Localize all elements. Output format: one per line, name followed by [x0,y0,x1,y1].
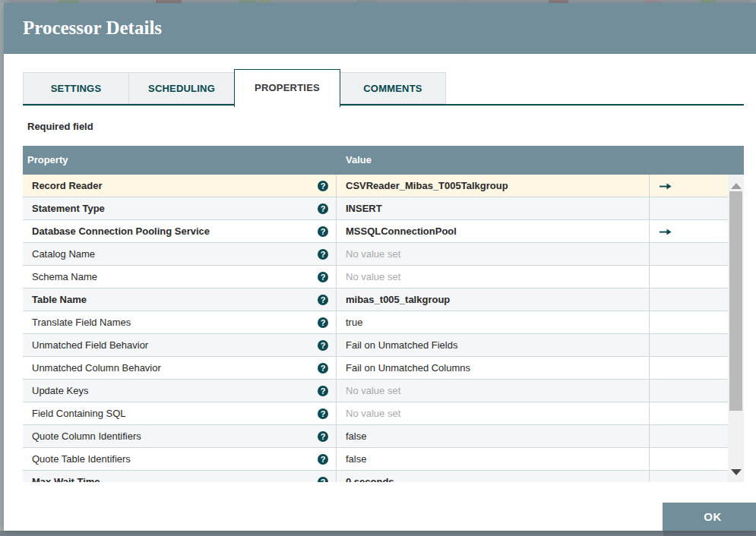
property-row[interactable]: Catalog Name?No value set [23,243,728,266]
property-row[interactable]: Field Containing SQL?No value set [23,402,728,425]
required-field-label: Required field [27,117,93,137]
property-row[interactable]: Quote Table Identifiers?false [23,448,728,471]
property-name: Database Connection Pooling Service [32,225,210,237]
property-name-cell: Update Keys? [23,380,337,402]
help-icon[interactable]: ? [318,477,328,482]
goto-service-cell [650,448,728,471]
property-name-cell: Unmatched Column Behavior? [23,357,337,380]
goto-service-cell [650,334,728,357]
property-name-cell: Statement Type? [23,197,337,220]
scrollbar-up-icon[interactable] [731,183,742,189]
property-name: Max Wait Time [32,476,100,482]
property-row[interactable]: Quote Column Identifiers?false [23,425,728,448]
table-scrollbar[interactable] [728,175,744,482]
property-name-cell: Quote Column Identifiers? [23,425,337,448]
property-row[interactable]: Unmatched Field Behavior?Fail on Unmatch… [23,334,728,357]
tab-comments[interactable]: COMMENTS [340,72,446,104]
goto-service-cell [650,311,728,334]
goto-service-cell [650,357,728,380]
property-name-cell: Unmatched Field Behavior? [23,334,337,357]
property-name: Unmatched Column Behavior [32,362,161,374]
property-value: No value set [337,380,650,402]
property-table: Record Reader?CSVReader_Mibas_T005Talkgr… [23,175,728,482]
property-value: Fail on Unmatched Fields [337,334,650,357]
property-row[interactable]: Max Wait Time?0 seconds [23,471,728,482]
property-value: 0 seconds [337,471,650,482]
help-icon[interactable]: ? [318,454,328,465]
help-icon[interactable]: ? [318,408,328,419]
property-table-header: Property Value [23,146,744,175]
property-row[interactable]: Translate Field Names?true [23,311,728,334]
help-icon[interactable]: ? [318,249,328,260]
dimmed-canvas-bottom [0,531,756,536]
help-icon[interactable]: ? [318,203,328,214]
property-name: Update Keys [32,385,88,396]
property-name-cell: Max Wait Time? [23,471,337,482]
property-name: Statement Type [32,203,105,214]
goto-service-cell [650,471,728,482]
property-value: CSVReader_Mibas_T005Talkgroup [337,175,650,197]
ok-button[interactable]: OK [663,503,756,531]
help-icon[interactable]: ? [318,363,328,374]
property-row[interactable]: Schema Name?No value set [23,266,728,288]
tab-settings[interactable]: SETTINGS [23,72,129,104]
help-icon[interactable]: ? [318,317,328,328]
property-row[interactable]: Update Keys?No value set [23,380,728,402]
goto-service-arrow-icon[interactable] [660,183,672,190]
nifi-screen: Processor Details SETTINGS SCHEDULING PR… [0,0,756,536]
goto-service-cell [650,197,728,220]
goto-service-cell [650,402,728,425]
property-row[interactable]: Database Connection Pooling Service?MSSQ… [23,220,728,243]
help-icon[interactable]: ? [318,295,328,305]
scrollbar-down-icon[interactable] [731,469,742,475]
property-row[interactable]: Table Name?mibas_t005_talkgroup [23,288,728,311]
goto-service-cell [650,266,728,288]
property-name: Catalog Name [32,248,95,260]
property-name-cell: Table Name? [23,288,337,311]
property-row[interactable]: Unmatched Column Behavior?Fail on Unmatc… [23,357,728,380]
column-header-value: Value [346,146,372,175]
property-value: No value set [337,266,650,288]
property-name: Schema Name [32,271,97,282]
property-name-cell: Field Containing SQL? [23,402,337,425]
dimmed-canvas-bottom-right [663,531,756,536]
help-icon[interactable]: ? [318,181,328,191]
scrollbar-thumb[interactable] [729,191,742,411]
goto-service-cell [650,243,728,266]
dialog-title: Processor Details [4,3,756,53]
tab-properties[interactable]: PROPERTIES [234,69,340,107]
property-value: false [337,425,650,448]
property-value: true [337,311,650,334]
help-icon[interactable]: ? [318,386,328,396]
help-icon[interactable]: ? [318,226,328,237]
goto-service-arrow-icon[interactable] [660,229,672,235]
dialog-header: Processor Details [4,3,756,54]
goto-service-cell [650,288,728,311]
property-value: MSSQLConnectionPool [337,220,650,243]
property-name-cell: Record Reader? [23,175,337,197]
property-row[interactable]: Statement Type?INSERT [23,197,728,220]
help-icon[interactable]: ? [318,431,328,442]
property-value: INSERT [337,197,650,220]
property-name-cell: Schema Name? [23,266,337,288]
goto-service-cell [650,425,728,448]
property-value: mibas_t005_talkgroup [337,288,650,311]
goto-service-cell [650,380,728,402]
property-name-cell: Quote Table Identifiers? [23,448,337,471]
processor-details-dialog: Processor Details SETTINGS SCHEDULING PR… [4,3,756,531]
property-row[interactable]: Record Reader?CSVReader_Mibas_T005Talkgr… [23,175,728,197]
property-name: Translate Field Names [32,317,131,328]
help-icon[interactable]: ? [318,272,328,282]
tab-underline [23,104,744,106]
property-name: Quote Table Identifiers [32,453,131,465]
property-name: Record Reader [32,180,102,191]
property-name-cell: Database Connection Pooling Service? [23,220,337,243]
property-name-cell: Translate Field Names? [23,311,337,334]
property-name: Table Name [32,294,87,305]
help-icon[interactable]: ? [318,340,328,351]
property-value: false [337,448,650,471]
property-value: Fail on Unmatched Columns [337,357,650,380]
property-value: No value set [337,402,650,425]
property-value: No value set [337,243,650,266]
tab-scheduling[interactable]: SCHEDULING [128,72,235,104]
